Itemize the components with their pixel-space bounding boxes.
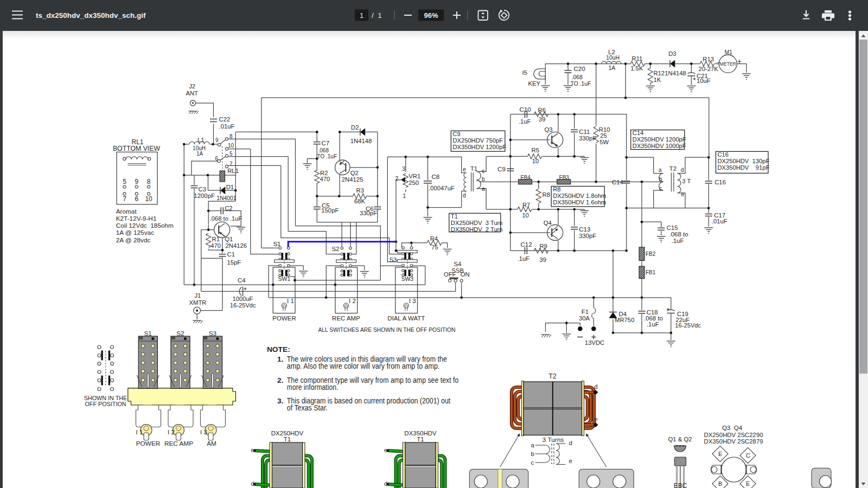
svg-text:I 3: I 3 xyxy=(409,298,416,304)
svg-text:b: b xyxy=(531,451,534,457)
svg-text:ts_dx250hdv_dx350hdv_sch.gif: ts_dx250hdv_dx350hdv_sch.gif xyxy=(36,11,146,20)
svg-text:C16: C16 xyxy=(714,179,726,185)
svg-text:T1: T1 xyxy=(283,436,290,442)
svg-text:DX250HDV 2SC2290: DX250HDV 2SC2290 xyxy=(704,432,763,438)
svg-text:C14: C14 xyxy=(632,130,643,136)
svg-text:AM: AM xyxy=(207,440,216,447)
svg-text:2N4125: 2N4125 xyxy=(341,176,363,183)
svg-text:REC AMP: REC AMP xyxy=(332,315,360,322)
svg-text:R11: R11 xyxy=(631,55,642,62)
svg-text:MR750: MR750 xyxy=(615,317,634,323)
svg-text:1.: 1. xyxy=(277,355,284,363)
svg-text:C9: C9 xyxy=(452,131,460,137)
svg-text:T2: T2 xyxy=(548,373,557,380)
svg-text:I 1: I 1 xyxy=(287,298,294,304)
svg-text:S2: S2 xyxy=(331,246,339,252)
svg-text:7: 7 xyxy=(123,195,126,203)
svg-text:1A @ 125vac: 1A @ 125vac xyxy=(116,229,154,236)
svg-text:2.: 2. xyxy=(277,376,284,384)
svg-text:T2: T2 xyxy=(669,165,676,172)
svg-text:3 T: 3 T xyxy=(682,178,691,184)
svg-text:R8: R8 xyxy=(553,186,560,192)
svg-text:1000uF: 1000uF xyxy=(232,296,253,302)
svg-text:R4: R4 xyxy=(430,235,437,242)
svg-text:c: c xyxy=(482,168,484,174)
svg-text:16-25Vdc: 16-25Vdc xyxy=(229,302,256,309)
svg-text:C12: C12 xyxy=(520,241,532,248)
svg-text:1N4148: 1N4148 xyxy=(350,138,372,144)
svg-text:C18: C18 xyxy=(646,309,658,316)
svg-text:16-25Vdc: 16-25Vdc xyxy=(675,322,701,329)
svg-text:DX250HDV 3 Turn: DX250HDV 3 Turn xyxy=(450,220,502,226)
svg-text:DX250HDV 130pF: DX250HDV 130pF xyxy=(717,158,769,164)
svg-text:C2: C2 xyxy=(225,205,232,211)
svg-text:e: e xyxy=(594,416,597,422)
svg-text:10: 10 xyxy=(522,212,529,219)
svg-text:C8: C8 xyxy=(431,174,439,180)
svg-text:D3: D3 xyxy=(668,50,676,57)
svg-text:1: 1 xyxy=(403,193,406,199)
svg-text:d: d xyxy=(594,383,597,390)
svg-text:9: 9 xyxy=(215,137,219,143)
svg-text:d: d xyxy=(569,440,572,446)
svg-text:I 1: I 1 xyxy=(136,429,143,435)
svg-text:8: 8 xyxy=(146,178,150,185)
svg-text:_: _ xyxy=(716,56,720,63)
svg-text:C15: C15 xyxy=(666,224,678,231)
svg-text:SW3: SW3 xyxy=(401,275,413,282)
svg-text:C13: C13 xyxy=(579,226,590,233)
svg-text:6: 6 xyxy=(135,195,138,203)
svg-text:10uH: 10uH xyxy=(606,55,620,61)
svg-text:M1: M1 xyxy=(724,49,732,55)
svg-text:R7: R7 xyxy=(522,202,529,208)
svg-text:Coil 12Vdc 185ohm: Coil 12Vdc 185ohm xyxy=(116,222,173,229)
svg-text:1: 1 xyxy=(360,11,363,20)
svg-text:TO .1uF: TO .1uF xyxy=(570,81,591,87)
svg-text:e: e xyxy=(569,458,572,464)
svg-text:R8: R8 xyxy=(542,191,550,198)
svg-text:.1uF: .1uF xyxy=(671,237,684,244)
svg-text:/ 1: / 1 xyxy=(372,11,382,20)
svg-text:POWER: POWER xyxy=(272,315,296,322)
svg-text:15pF: 15pF xyxy=(227,259,241,266)
svg-text:10uF: 10uF xyxy=(697,78,711,84)
svg-text:1N4001: 1N4001 xyxy=(216,195,237,201)
svg-text:d: d xyxy=(462,192,465,198)
svg-text:39: 39 xyxy=(538,116,545,123)
svg-text:5W: 5W xyxy=(599,139,609,145)
svg-text:J2: J2 xyxy=(189,83,195,89)
svg-text:9: 9 xyxy=(135,178,138,185)
svg-text:3 Turns: 3 Turns xyxy=(542,436,563,444)
svg-text:d: d xyxy=(251,480,254,487)
svg-text:6: 6 xyxy=(215,156,218,162)
svg-text:Aromat: Aromat xyxy=(116,208,137,215)
svg-text:E: E xyxy=(718,451,722,457)
svg-text:.1uF: .1uF xyxy=(646,321,659,328)
svg-text:D2: D2 xyxy=(351,124,359,131)
svg-text:.1uF: .1uF xyxy=(517,255,529,262)
svg-text:330pF: 330pF xyxy=(360,210,377,216)
svg-text:Q3 Q4: Q3 Q4 xyxy=(722,425,742,431)
svg-text:S2: S2 xyxy=(176,330,184,337)
svg-text:2: 2 xyxy=(395,176,398,182)
svg-text:C1: C1 xyxy=(227,251,234,258)
svg-text:R5: R5 xyxy=(531,147,539,153)
svg-text:a: a xyxy=(531,442,534,448)
svg-text:330pF: 330pF xyxy=(579,135,596,142)
svg-text:C3: C3 xyxy=(198,186,206,192)
svg-text:T1: T1 xyxy=(450,213,457,220)
svg-text:R6: R6 xyxy=(538,107,545,113)
svg-text:FB2: FB2 xyxy=(646,251,656,257)
svg-text:10: 10 xyxy=(532,158,539,164)
svg-text:2N4126: 2N4126 xyxy=(225,242,247,249)
svg-text:ALL SWITCHES ARE SHOWN IN THE: ALL SWITCHES ARE SHOWN IN THE OFF POSITI… xyxy=(318,327,455,333)
svg-text:.068 to .1uF: .068 to .1uF xyxy=(209,215,242,222)
svg-text:DX350HDV 1.6ohm: DX350HDV 1.6ohm xyxy=(553,199,606,206)
svg-text:POWER: POWER xyxy=(136,440,160,447)
svg-text:FB1: FB1 xyxy=(646,269,656,275)
svg-text:c: c xyxy=(531,459,534,466)
svg-text:C: C xyxy=(746,452,750,459)
svg-text:470: 470 xyxy=(320,176,330,182)
svg-text:.00047uF: .00047uF xyxy=(429,185,455,191)
svg-text:150pF: 150pF xyxy=(321,207,339,214)
